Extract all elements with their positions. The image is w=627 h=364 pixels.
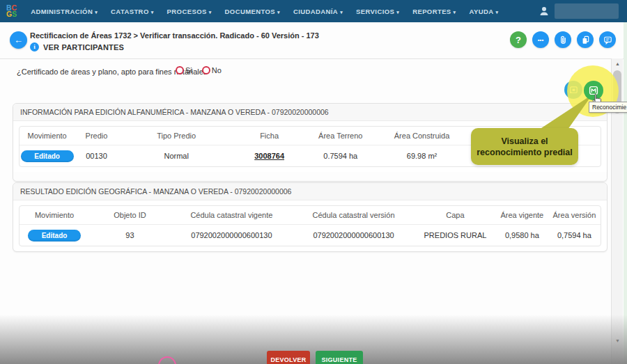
cell-objeto-id: 93 (89, 231, 171, 239)
header-divider (0, 58, 627, 59)
nav-item-label: CIUDADANÍA (293, 8, 338, 15)
col-header-cedula-version: Cédula catastral versión (293, 211, 415, 219)
col-header-area-vigente: Área vigente (496, 211, 548, 219)
chevron-down-icon: ▾ (277, 10, 280, 15)
copy-pages-icon (580, 35, 591, 45)
col-header-tipo-predio: Tipo Predio (118, 132, 235, 140)
help-button[interactable]: ? (510, 31, 527, 48)
nav-item-label: PROCESOS (167, 8, 207, 15)
question-mark-icon: ? (516, 35, 521, 45)
nav-item-label: SERVICIOS (356, 8, 394, 15)
col-header-objeto-id: Objeto ID (89, 211, 171, 219)
attachments-button[interactable] (555, 31, 571, 48)
annotation-callout: Visualiza el reconocimiento predial (471, 128, 578, 165)
scroll-down-arrow-icon[interactable]: ▼ (612, 338, 624, 343)
cell-tipo-predio: Normal (118, 152, 235, 160)
nav-item-label: DOCUMENTOS (225, 8, 275, 15)
cell-capa: PREDIOS RURAL (415, 231, 496, 239)
documents-button[interactable] (577, 31, 594, 48)
chevron-down-icon: ▾ (396, 10, 399, 15)
app-window: BC GS ADMINISTRACIÓN▾ CATASTRO▾ PROCESOS… (0, 0, 627, 364)
logo-letter-g: G (6, 10, 12, 18)
scroll-up-arrow-icon[interactable]: ▲ (612, 61, 624, 66)
radio-button-no[interactable] (202, 66, 210, 74)
col-header-movimiento: Movimiento (20, 211, 89, 219)
nav-item-servicios[interactable]: SERVICIOS▾ (356, 8, 399, 15)
callout-line-1: Visualiza el (501, 136, 548, 147)
cell-area-version: 0,7594 ha (548, 231, 601, 239)
card-title-alfanumerica: INFORMACIÓN PARA EDICIÓN ALFANUMÉRICA - … (13, 104, 607, 121)
cell-cedula-version: 0792002000000600130 (293, 231, 415, 239)
nav-item-administracion[interactable]: ADMINISTRACIÓN▾ (31, 8, 98, 15)
radio-label-no: No (212, 66, 222, 74)
col-header-movimiento: Movimiento (20, 132, 75, 140)
nav-item-label: REPORTES (412, 8, 451, 15)
user-name-box[interactable] (555, 3, 619, 19)
paperclip-icon (558, 35, 568, 45)
page-edge (624, 22, 627, 364)
nav-item-catastro[interactable]: CATASTRO▾ (111, 8, 154, 15)
movimiento-badge[interactable]: Editado (21, 150, 74, 162)
app-logo[interactable]: BC GS (6, 5, 17, 17)
cell-area-terreno: 0.7594 ha (304, 152, 377, 160)
nav-item-label: AYUDA (470, 8, 494, 15)
section-header: i VER PARTICIPANTES (30, 42, 124, 52)
col-header-area-construida: Área Construida (377, 132, 467, 140)
cell-area-vigente: 0,9580 ha (496, 231, 548, 239)
page-title: VER PARTICIPANTES (43, 43, 124, 52)
nav-item-procesos[interactable]: PROCESOS▾ (167, 8, 212, 15)
logo-letter-s: S (12, 10, 17, 18)
col-header-cedula-vigente: Cédula catastral vigente (171, 211, 293, 219)
col-header-capa: Capa (415, 211, 496, 219)
nav-item-documentos[interactable]: DOCUMENTOS▾ (225, 8, 280, 15)
callout-line-2: reconocimiento predial (477, 147, 573, 158)
tooltip-reconocimiento: Reconocimie (589, 102, 627, 113)
chevron-down-icon: ▾ (340, 10, 343, 15)
card-title-geografica: RESULTADO EDICIÓN GEOGRÁFICA - MANZANA O… (13, 183, 607, 200)
nav-item-label: CATASTRO (111, 8, 149, 15)
nav-user-area (539, 3, 619, 19)
notarial-radio-group: Si No (176, 66, 222, 74)
back-button[interactable]: ← (10, 31, 27, 49)
chevron-down-icon: ▾ (454, 10, 456, 15)
radio-option-no[interactable]: No (202, 66, 222, 74)
ficha-link[interactable]: 3008764 (254, 152, 284, 160)
movimiento-badge[interactable]: Editado (28, 230, 81, 242)
chevron-down-icon: ▾ (151, 10, 154, 15)
breadcrumb: Rectificacion de Áreas 1732 > Verificar … (30, 31, 319, 40)
radio-option-si[interactable]: Si (176, 66, 192, 74)
chevron-down-icon: ▾ (95, 10, 98, 15)
nav-item-reportes[interactable]: REPORTES▾ (412, 8, 456, 15)
bottom-fade-overlay (0, 315, 627, 364)
col-header-predio: Predio (75, 132, 118, 140)
nav-item-label: ADMINISTRACIÓN (31, 8, 93, 15)
table-geografica: Movimiento Objeto ID Cédula catastral vi… (19, 205, 601, 246)
more-options-button[interactable]: ••• (532, 31, 549, 48)
radio-label-si: Si (185, 66, 192, 74)
cell-area-construida: 69.98 m² (377, 152, 467, 160)
col-header-area-version: Área versión (548, 211, 601, 219)
cell-cedula-vigente: 0792002000000600130 (171, 231, 293, 239)
chevron-down-icon: ▾ (495, 10, 498, 15)
siguiente-button[interactable]: SIGUIENTE (316, 351, 363, 364)
user-icon[interactable] (539, 6, 550, 17)
info-icon[interactable]: i (30, 42, 39, 52)
devolver-button[interactable]: DEVOLVER (267, 351, 310, 364)
chevron-down-icon: ▾ (209, 10, 212, 15)
chat-bubble-icon (603, 35, 613, 45)
main-menu: ADMINISTRACIÓN▾ CATASTRO▾ PROCESOS▾ DOCU… (31, 8, 498, 15)
table-header-row: Movimiento Objeto ID Cédula catastral vi… (20, 206, 601, 224)
ellipsis-icon: ••• (538, 37, 543, 43)
card-footer-pad (13, 172, 607, 181)
comments-button[interactable] (599, 31, 616, 48)
table-row: Editado 93 0792002000000600130 079200200… (20, 224, 601, 246)
cell-predio: 00130 (75, 152, 118, 160)
col-header-ficha: Ficha (235, 132, 304, 140)
radio-button-si[interactable] (176, 66, 184, 74)
pink-annotation-circle (158, 356, 176, 364)
card-edicion-geografica: RESULTADO EDICIÓN GEOGRÁFICA - MANZANA O… (13, 182, 607, 252)
nav-item-ciudadania[interactable]: CIUDADANÍA▾ (293, 8, 343, 15)
top-navigation-bar: BC GS ADMINISTRACIÓN▾ CATASTRO▾ PROCESOS… (0, 0, 627, 22)
nav-item-ayuda[interactable]: AYUDA▾ (470, 8, 499, 15)
col-header-area-terreno: Área Terreno (304, 132, 377, 140)
